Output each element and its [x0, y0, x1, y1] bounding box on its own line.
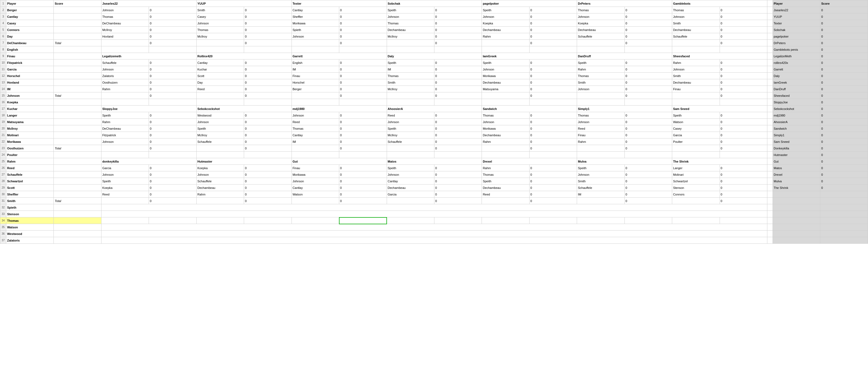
table-row: 31 Smith Total 0 0 0 0 0 0 0 — [0, 198, 868, 204]
table-row: 27 Schauffele Johnson0 Johnson0 Morikawa… — [0, 171, 868, 178]
col-yuup-header: YUUP — [196, 0, 291, 7]
table-row: 21 Molinari Fitzpatrick0 McIlroy0 Cantla… — [0, 132, 868, 138]
col-player-header: Player — [6, 0, 54, 7]
table-row: 7 DeChambeau Total 0 0 0 0 0 0 0 DrPeter… — [0, 40, 868, 46]
table-row: 11 Garcia Johnson0 Kuchar0 IM0 IM0 Johns… — [0, 66, 868, 73]
table-row: 8 English Gamblebots penis 0 — [0, 46, 868, 53]
table-row: 23 Oosthuizen Total 0 0 0 0 0 0 0 Donkey… — [0, 145, 868, 152]
group2-header-row: 9 Finau Legalizemeth Rollinx420 Garrett … — [0, 53, 868, 60]
group4-header-row: 25 Rahm donkeykilla Hutmaster Gut Matos … — [0, 158, 868, 165]
header-row: 1 Player Score Jsearles22 YUUP Texter So… — [0, 0, 868, 7]
table-row: 28 Schwartzel Speith0 Schauffele0 Johnso… — [0, 178, 868, 185]
table-row: 14 IM Rahm0 Reed0 Berger0 McIlroy0 Matsu… — [0, 86, 868, 92]
row-num-1: 1 — [0, 0, 6, 7]
right-player-header: Player — [773, 0, 820, 7]
col-sobchak-header: Sobchak — [387, 0, 482, 7]
table-row: 3 Cantlay Thomas0 Casey0 Sheffler0 Johns… — [0, 13, 868, 20]
table-row: 30 Sheffler Reed0 Rahm0 Watson0 Garcia0 … — [0, 191, 868, 198]
right-score-header: Score — [820, 0, 868, 7]
table-row: 36 Westwood — [0, 231, 868, 237]
table-row: 16 Koepka SloppyJoe 0 — [0, 99, 868, 105]
col-score-header: Score — [54, 0, 101, 7]
table-row: 32 Spieth — [0, 204, 868, 211]
table-row: 26 Reed Garcia0 Koepka0 Finau0 Speith0 R… — [0, 165, 868, 171]
main-table: 1 Player Score Jsearles22 YUUP Texter So… — [0, 0, 868, 244]
col-jsearles22-header: Jsearles22 — [101, 0, 196, 7]
table-row: 29 Scott Koepka0 Dechambeau0 Cantlay0 De… — [0, 185, 868, 191]
group3-header-row: 17 Kuchar SloppyJoe Sebokcockshot mdj198… — [0, 105, 868, 112]
table-row: 12 Horschel Zalatoris0 Scott0 Finau0 Tho… — [0, 73, 868, 79]
table-row: 15 Johnson Total 0 0 0 0 0 0 0 Sheesface… — [0, 92, 868, 99]
table-row: 20 McIlroy DeChambeau0 Speith0 Thomas0 S… — [0, 125, 868, 132]
col-drpeters-header: DrPeters — [577, 0, 672, 7]
col-gamblebots-header: Gamblebots — [672, 0, 767, 7]
col-texter-header: Texter — [291, 0, 387, 7]
table-row: 19 Matsuyama Rahm0 Johnson0 Reed0 Johnso… — [0, 119, 868, 125]
col-pagelpoker-header: pagelpoker — [482, 0, 577, 7]
table-row: 35 Watson — [0, 224, 868, 231]
table-row: 34 Thomas — [0, 218, 868, 224]
spacer-1 — [767, 0, 773, 7]
table-row: 13 Hovland Oosthuizen0 Day0 Horschel0 Sm… — [0, 79, 868, 86]
table-row: 2 Berger Johnson0 Smith0 Cantlay0 Speith… — [0, 7, 868, 13]
table-row: 37 Zalatoris — [0, 237, 868, 244]
table-row: 33 Stenson — [0, 211, 868, 218]
highlighted-cell[interactable] — [339, 218, 387, 224]
table-row: 4 Casey DeChambeau0 Johnson0 Morikawa0 T… — [0, 20, 868, 27]
table-row: 22 Morikawa Johnson0 Schauffele0 IM0 Sch… — [0, 138, 868, 145]
table-row: 5 Connors McIlroy0 Thomas0 Spieth0 Decha… — [0, 27, 868, 33]
table-row: 24 Poulter Hutmaster 0 — [0, 152, 868, 158]
table-row: 6 Day Hovland0 McIlroy0 Johnson0 McIlroy… — [0, 33, 868, 40]
table-row: 18 Langer Speith0 Westwood0 Johnson0 Ree… — [0, 112, 868, 119]
table-row: 10 Fitzpatrick Schauffele0 Cantlay0 Engl… — [0, 60, 868, 66]
